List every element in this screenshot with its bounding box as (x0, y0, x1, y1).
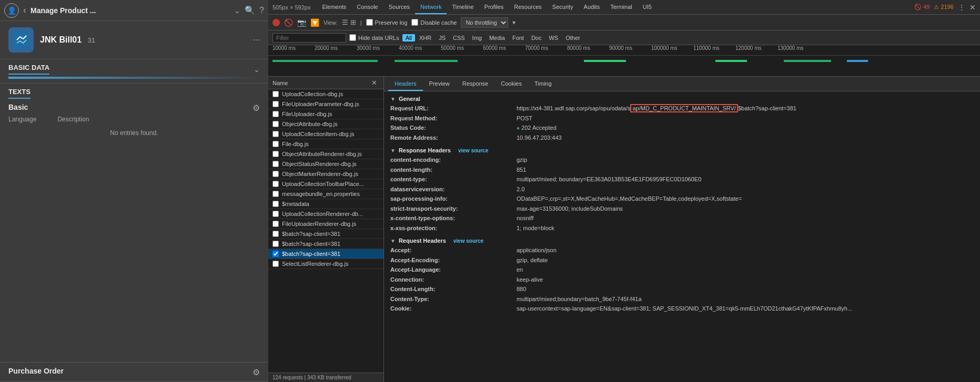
response-view-source[interactable]: view source (458, 148, 488, 153)
hide-data-urls-checkbox[interactable] (349, 34, 356, 41)
tab-network[interactable]: Network (415, 0, 447, 14)
throttle-select[interactable]: No throttling (461, 17, 508, 28)
filter-doc[interactable]: Doc (528, 34, 545, 42)
filter-js[interactable]: JS (436, 34, 449, 42)
filter-all[interactable]: All (402, 34, 415, 42)
hide-data-urls-label[interactable]: Hide data URLs (349, 34, 399, 41)
list-item[interactable]: UploadCollectionItem-dbg.js (268, 129, 383, 139)
list-item[interactable]: File-dbg.js (268, 139, 383, 149)
back-icon[interactable]: ‹ (23, 5, 26, 16)
list-item[interactable]: ObjectAttribute-dbg.js (268, 119, 383, 129)
list-item[interactable]: $metadata (268, 199, 383, 209)
list-item[interactable]: UploadCollectionRenderer-db... (268, 209, 383, 219)
filter-xhr[interactable]: XHR (416, 34, 435, 42)
request-list: Name ✕ UploadCollection-dbg.js FileUploa… (268, 77, 384, 382)
request-headers-toggle[interactable]: ▼ (390, 238, 396, 244)
general-section: ▼ General Request URL: https://xt4-381.w… (390, 96, 974, 142)
resp-row-1: content-length: 851 (390, 166, 974, 174)
block-button[interactable]: 🚫 (284, 18, 293, 27)
timeline-ruler: 10000 ms 20000 ms 30000 ms 40000 ms 5000… (268, 45, 980, 56)
tab-audits[interactable]: Audits (579, 0, 605, 14)
list-item[interactable]: ObjectStatusRenderer-dbg.js (268, 159, 383, 169)
list-item[interactable]: SelectListRenderer-dbg.js (268, 259, 383, 269)
settings-icon-1[interactable]: ⚙ (252, 103, 260, 113)
purchase-order-title: Purchase Order (8, 367, 64, 375)
tick-7: 80000 ms (567, 45, 609, 55)
tick-4: 50000 ms (441, 45, 483, 55)
more-options-icon[interactable]: ··· (253, 35, 260, 45)
response-headers-section: ▼ Response Headers view source content-e… (390, 147, 974, 232)
filter-ws[interactable]: WS (545, 34, 561, 42)
tab-resources[interactable]: Resources (509, 0, 547, 14)
detail-tabs: Headers Preview Response Cookies Timing (384, 77, 980, 91)
tab-headers[interactable]: Headers (388, 77, 423, 91)
filter-other[interactable]: Other (562, 34, 583, 42)
list-item[interactable]: $batch?sap-client=381 (268, 239, 383, 249)
list-item[interactable]: FileUploaderRenderer-dbg.js (268, 219, 383, 229)
status-green-dot: ● (517, 125, 520, 131)
general-toggle[interactable]: ▼ (390, 96, 396, 102)
tab-ui5[interactable]: UI5 (638, 0, 657, 14)
filter-input[interactable] (272, 33, 346, 43)
help-icon[interactable]: ? (259, 6, 264, 15)
basic-data-header[interactable]: BASIC DATA ⌄ (8, 64, 260, 75)
tab-profiles[interactable]: Profiles (479, 0, 509, 14)
list-item[interactable]: ObjectMarkerRenderer-dbg.js (268, 169, 383, 179)
resp-row-2: content-type: multipart/mixed; boundary=… (390, 175, 974, 184)
tab-timing[interactable]: Timing (528, 77, 558, 91)
list-item-selected[interactable]: $batch?sap-client=381 (268, 249, 383, 259)
tab-preview[interactable]: Preview (423, 77, 456, 91)
tab-cookies[interactable]: Cookies (494, 77, 528, 91)
close-detail-icon[interactable]: ✕ (371, 79, 377, 87)
basic-section-label: Basic (8, 103, 28, 111)
app-title: Manage Product ... (31, 6, 232, 15)
filter-img[interactable]: Img (469, 34, 485, 42)
grid-view-icon[interactable]: ⊞ (350, 18, 356, 26)
more-icon[interactable]: ⋮ (958, 3, 965, 12)
request-view-source[interactable]: view source (453, 238, 483, 244)
filter-type-buttons: All XHR JS CSS Img Media Font Doc WS Oth… (402, 34, 583, 42)
tab-response[interactable]: Response (456, 77, 495, 91)
tab-console[interactable]: Console (351, 0, 383, 14)
network-filter-bar: Hide data URLs All XHR JS CSS Img Media … (268, 30, 980, 45)
close-icon[interactable]: ✕ (969, 3, 976, 12)
list-item[interactable]: UploadCollection-dbg.js (268, 89, 383, 99)
list-item[interactable]: messagebundle_en.properties (268, 189, 383, 199)
settings-icon-2[interactable]: ⚙ (252, 367, 260, 377)
request-list-header: Name ✕ (268, 77, 383, 89)
list-item[interactable]: $batch?sap-client=381 (268, 229, 383, 239)
tab-elements[interactable]: Elements (317, 0, 351, 14)
list-item[interactable]: UploadCollectionToolbarPlace... (268, 179, 383, 189)
timeline-bar-3 (584, 60, 626, 62)
preserve-log-input[interactable] (366, 19, 373, 26)
disable-cache-checkbox[interactable]: Disable cache (411, 19, 457, 26)
request-method-label: Request Method: (390, 114, 517, 123)
tab-sources[interactable]: Sources (383, 0, 415, 14)
req-row-0: Accept: application/json (390, 246, 974, 255)
filter-font[interactable]: Font (509, 34, 527, 42)
filter-css[interactable]: CSS (450, 34, 468, 42)
product-name: JNK Bill01 (40, 35, 82, 44)
req-row-3: Connection: keep-alive (390, 275, 974, 284)
response-headers-toggle[interactable]: ▼ (390, 148, 396, 153)
camera-button[interactable]: 📷 (297, 18, 306, 27)
tab-security[interactable]: Security (547, 0, 579, 14)
product-count: 31 (87, 36, 95, 44)
tab-timeline[interactable]: Timeline (447, 0, 479, 14)
list-item[interactable]: ObjectAttributeRenderer-dbg.js (268, 149, 383, 159)
language-col-label: Language (8, 116, 36, 123)
preserve-log-checkbox[interactable]: Preserve log (366, 19, 408, 26)
search-icon[interactable]: 🔍 (245, 5, 255, 15)
record-button[interactable] (272, 19, 280, 26)
filter-media[interactable]: Media (486, 34, 508, 42)
texts-columns: Language Description (8, 116, 260, 123)
list-item[interactable]: FileUploaderParameter-dbg.js (268, 99, 383, 109)
chevron-down-icon[interactable]: ▾ (512, 19, 516, 26)
list-item[interactable]: FileUploader-dbg.js (268, 109, 383, 119)
user-avatar-icon[interactable]: 👤 (4, 3, 19, 18)
purchase-order-section: Purchase Order ⚙ (0, 363, 268, 382)
list-view-icon[interactable]: ☰ (342, 18, 348, 26)
tab-terminal[interactable]: Terminal (605, 0, 638, 14)
filter-button[interactable]: 🔽 (310, 18, 319, 27)
disable-cache-input[interactable] (411, 19, 418, 26)
